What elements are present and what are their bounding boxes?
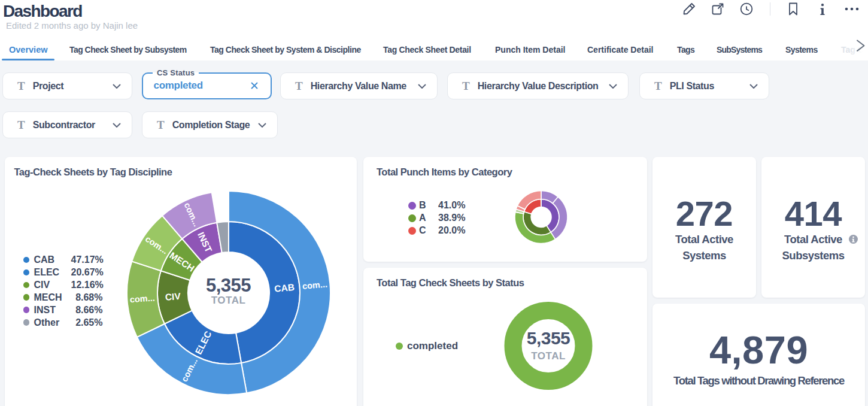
svg-text:CAB: CAB [274,282,295,294]
svg-text:com...: com... [129,293,155,304]
svg-text:CIV: CIV [165,291,181,302]
